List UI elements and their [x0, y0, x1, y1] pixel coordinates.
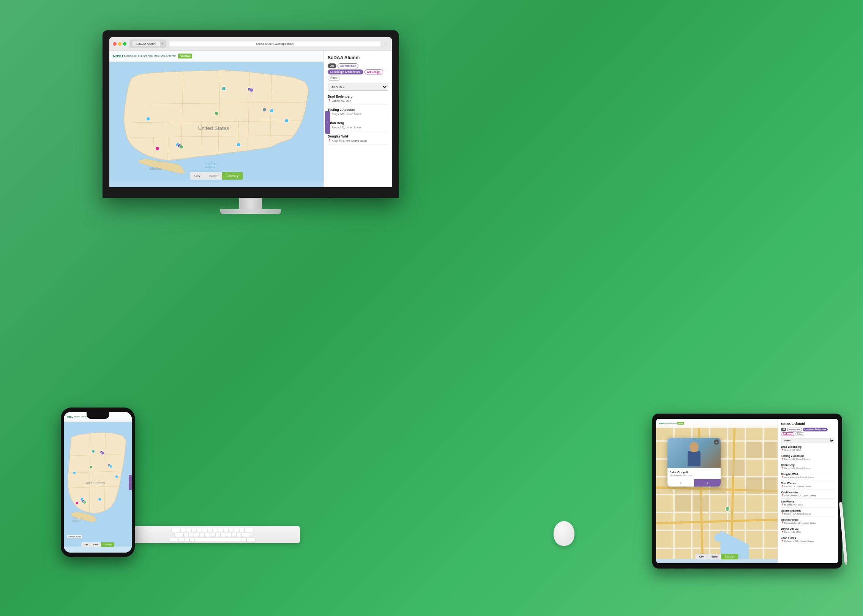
key	[194, 533, 199, 537]
tablet-alumni-item[interactable]: Kristi Hamrin 📍 Palm Desert, CA, United …	[781, 491, 835, 499]
svg-point-46	[83, 501, 86, 504]
profile-location: Minneapolis, MN, USA	[670, 474, 718, 477]
key	[190, 538, 194, 542]
svg-text:United States: United States	[85, 481, 105, 485]
alumni-item[interactable]: Brian Berg 📍Fargo, ND, United States	[328, 121, 388, 131]
tablet-alumni-loc: 📍 Fargo, ND, United States	[781, 458, 835, 460]
tablet-tag-arch[interactable]: Architecture	[787, 428, 802, 431]
states-dropdown[interactable]: All States	[328, 84, 388, 91]
tablet-alumni-item[interactable]: Douglas Wild 📍 Avon Hills, MN, United St…	[781, 473, 835, 480]
key	[241, 538, 246, 542]
address-bar[interactable]: sodaa-alumni.web.app/map/	[169, 41, 380, 46]
key	[229, 528, 233, 532]
profile-photo	[667, 438, 721, 468]
tablet-tag-all[interactable]: All	[781, 428, 786, 431]
svg-point-41	[90, 466, 93, 469]
tablet-alumni-item[interactable]: Brian Berg 📍 Fargo, ND, United States	[781, 464, 835, 471]
profile-close-button[interactable]: ×	[714, 439, 719, 445]
tablet-alumni-name: Rachel Riepel	[781, 518, 835, 521]
tablet-alumni-item[interactable]: Gabriela Balerio 📍 Boston, MA, United St…	[781, 509, 835, 517]
svg-point-17	[250, 88, 254, 92]
tablet-alumni-item[interactable]: Rachel Riepel 📍 Minneapolis, MN, United …	[781, 518, 835, 526]
active-tab[interactable]: SoDAA Alumni	[133, 41, 160, 46]
sidebar-expand-button[interactable]: ›	[325, 111, 330, 134]
tablet-alumni-name: Joan Flores	[781, 537, 835, 539]
svg-point-43	[109, 465, 112, 468]
svg-rect-79	[693, 495, 708, 511]
key	[234, 528, 239, 532]
tablet-tag-art[interactable]: Art/Design	[781, 432, 794, 436]
filter-artdesign[interactable]: Art/Design	[364, 69, 383, 74]
key	[221, 533, 226, 537]
maximize-button[interactable]	[123, 42, 126, 46]
svg-point-25	[156, 147, 159, 150]
tablet-alumni-loc: 📍 Fargo, ND, USA	[781, 531, 835, 533]
desktop-imac: SoDAA Alumni + sodaa-alumni.web.app/map/…	[103, 30, 399, 214]
filter-landscape[interactable]: Landscape Architecture	[328, 69, 363, 74]
alumni-location: 📍Gilbert, AZ, USA	[328, 99, 388, 102]
key	[185, 538, 189, 542]
phone-sidebar-expand[interactable]: ›	[129, 475, 132, 490]
tablet-alumni-item[interactable]: Testing 2 Account 📍 Fargo, ND, United St…	[781, 455, 835, 462]
tablet-alumni-item[interactable]: Brad Bielenberg 📍 Gilbert, AZ, USA	[781, 445, 835, 453]
tablet-tag-landscape[interactable]: Landscape Architecture	[803, 428, 828, 431]
key	[205, 533, 210, 537]
tablet-alumni-item[interactable]: Tom Wiener 📍 Denver, CO, United States	[781, 482, 835, 490]
tablet-map[interactable]: NDSU SCHOOL OF DESIGN SoDAA	[656, 419, 778, 563]
phone-zoom-label: Zoom Levels	[67, 535, 82, 538]
map-area[interactable]: NDSU SCHOOL OF DESIGN, ARCHITECTURE AND …	[109, 51, 323, 187]
phone-country-button[interactable]: Country	[101, 542, 114, 547]
traffic-lights	[113, 42, 126, 46]
state-search-button[interactable]: State	[205, 172, 222, 180]
svg-text:Mexico: Mexico	[150, 166, 162, 171]
tablet-alumni-name: Lee Pierce	[781, 500, 835, 503]
tablet-city-button[interactable]: City	[696, 554, 708, 559]
svg-point-50	[98, 498, 101, 501]
browser-chrome: SoDAA Alumni + sodaa-alumni.web.app/map/…	[109, 37, 392, 51]
tablet-alumni-item[interactable]: Lee Pierce 📍 Buckley, WA, USA	[781, 500, 835, 508]
key	[197, 528, 202, 532]
svg-point-26	[285, 119, 289, 123]
filter-architecture[interactable]: Architecture	[338, 63, 358, 68]
tablet-alumni-item[interactable]: Joan Flores 📍 Baltimore, MD, United Stat…	[781, 537, 835, 544]
alumni-location: 📍Fargo, ND, United States	[328, 126, 388, 129]
filter-all[interactable]: All	[328, 63, 336, 68]
phone-city-button[interactable]: City	[81, 542, 90, 547]
key	[240, 528, 244, 532]
tablet-sodaa: SoDAA	[677, 422, 684, 425]
keyboard-row-3	[170, 538, 255, 542]
tablet-state-button[interactable]: State	[708, 554, 721, 559]
profile-prev-button[interactable]: ‹	[667, 479, 694, 486]
tablet-states-dropdown[interactable]: States	[781, 438, 835, 443]
key	[186, 528, 191, 532]
svg-point-24	[180, 145, 183, 149]
svg-rect-78	[675, 495, 691, 511]
svg-point-48	[115, 475, 118, 478]
svg-point-28	[237, 143, 240, 147]
phone-state-button[interactable]: State	[90, 542, 101, 547]
svg-rect-76	[746, 442, 762, 458]
alumni-item[interactable]: Testing 2 Account 📍Fargo, ND, United Sta…	[328, 108, 388, 118]
svg-text:GULF OF: GULF OF	[73, 517, 83, 520]
imac-chin	[109, 187, 392, 195]
tablet-alumni-loc: 📍 Buckley, WA, USA	[781, 503, 835, 506]
tablet-alumni-item[interactable]: Dayna Del Val 📍 Fargo, ND, USA	[781, 528, 835, 535]
browser-window: SoDAA Alumni + sodaa-alumni.web.app/map/…	[109, 37, 392, 187]
imac-stand-base	[220, 209, 281, 214]
alumni-item[interactable]: Douglas Wild 📍Ardor Hills, MN, United St…	[328, 134, 388, 145]
close-button[interactable]	[113, 42, 117, 46]
svg-point-83	[726, 507, 730, 511]
tablet-tag-other[interactable]: Other	[795, 432, 804, 436]
country-search-button[interactable]: Country	[222, 172, 243, 180]
tablet-country-button[interactable]: Country	[721, 554, 738, 559]
key	[200, 533, 204, 537]
minimize-button[interactable]	[118, 42, 121, 46]
alumni-item[interactable]: Brad Bielenberg 📍Gilbert, AZ, USA	[328, 95, 388, 105]
filter-other[interactable]: Other	[328, 76, 340, 81]
city-search-button[interactable]: City	[190, 172, 205, 180]
tablet-alumni-name: Kristi Hamrin	[781, 491, 835, 494]
profile-next-button[interactable]: ›	[694, 479, 721, 486]
profile-navigation: ‹ ›	[667, 479, 721, 486]
browser-content: NDSU SCHOOL OF DESIGN, ARCHITECTURE AND …	[109, 51, 392, 187]
phone-map[interactable]: United States GULF OF MEXICO	[64, 412, 132, 553]
